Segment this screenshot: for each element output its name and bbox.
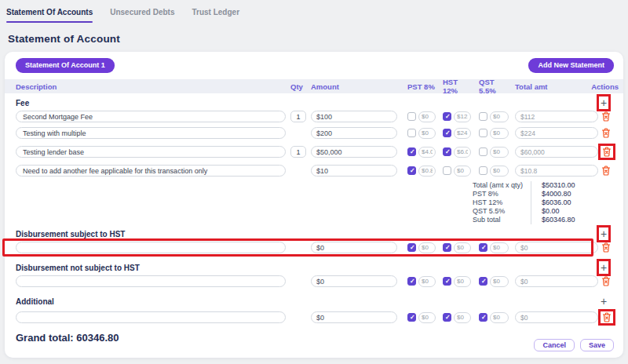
delete-row-icon[interactable] <box>601 128 611 138</box>
description-input[interactable] <box>16 111 286 122</box>
highlight-box <box>598 309 615 326</box>
qst-input[interactable] <box>490 276 509 287</box>
table-row <box>5 309 623 326</box>
qst-checkbox[interactable] <box>479 313 487 322</box>
description-input[interactable] <box>16 311 286 323</box>
header-qty: Qty <box>290 82 306 91</box>
pst-checkbox[interactable] <box>407 129 416 137</box>
pst-checkbox[interactable] <box>407 147 416 156</box>
qst-input[interactable] <box>490 147 509 158</box>
pst-checkbox[interactable] <box>407 112 416 121</box>
table-row <box>5 275 623 287</box>
add-row-icon[interactable]: + <box>601 228 607 239</box>
total-amt-input[interactable] <box>515 275 598 287</box>
cancel-button[interactable]: Cancel <box>534 339 575 351</box>
hst-checkbox[interactable] <box>443 112 451 121</box>
tab-statement-of-accounts[interactable]: Statement Of Accounts <box>6 8 93 23</box>
pst-input[interactable] <box>418 128 436 139</box>
hst-input[interactable] <box>454 128 471 139</box>
summary-label: Total (amt x qty) <box>473 181 531 190</box>
grand-total: Grand total: 60346.80 <box>16 332 623 344</box>
delete-row-icon[interactable] <box>601 276 611 286</box>
qty-input[interactable] <box>290 146 306 158</box>
qst-input[interactable] <box>490 111 509 122</box>
tab-trust-ledger[interactable]: Trust Ledger <box>192 8 239 23</box>
tab-unsecured-debts[interactable]: Unsecured Debts <box>110 8 174 23</box>
amount-input[interactable] <box>311 275 397 287</box>
total-amt-input[interactable] <box>515 165 598 177</box>
qst-checkbox[interactable] <box>479 243 487 252</box>
section-fee-label: Fee <box>16 99 29 107</box>
add-row-icon[interactable]: + <box>601 262 607 273</box>
hst-input[interactable] <box>454 312 471 323</box>
delete-row-icon[interactable] <box>601 166 611 176</box>
hst-input[interactable] <box>454 276 471 287</box>
pst-input[interactable] <box>418 276 436 287</box>
section-label: Disbursement not subject to HST <box>16 264 140 272</box>
pst-input[interactable] <box>418 312 436 323</box>
hst-input[interactable] <box>454 242 471 253</box>
delete-row-icon[interactable] <box>601 111 611 122</box>
section-label: Disbursement subject to HST <box>16 230 125 238</box>
add-new-statement-button[interactable]: Add New Statement <box>528 58 614 73</box>
hst-checkbox[interactable] <box>443 277 451 286</box>
total-amt-input[interactable] <box>515 111 598 122</box>
pst-input[interactable] <box>418 111 436 122</box>
amount-input[interactable] <box>311 111 397 122</box>
qty-input[interactable] <box>290 111 306 122</box>
qst-checkbox[interactable] <box>479 129 487 137</box>
qst-checkbox[interactable] <box>479 277 487 286</box>
qst-input[interactable] <box>490 312 509 323</box>
summary-label: HST 12% <box>473 198 531 207</box>
pst-checkbox[interactable] <box>407 313 416 322</box>
delete-row-icon[interactable] <box>602 147 612 157</box>
pst-checkbox[interactable] <box>407 277 416 286</box>
description-input[interactable] <box>16 275 286 287</box>
amount-input[interactable] <box>311 146 397 158</box>
total-amt-input[interactable] <box>515 311 598 323</box>
total-amt-input[interactable] <box>515 127 598 139</box>
amount-input[interactable] <box>311 311 397 323</box>
qst-checkbox[interactable] <box>479 112 487 121</box>
qst-input[interactable] <box>490 242 509 253</box>
description-input[interactable] <box>16 242 286 253</box>
amount-input[interactable] <box>311 242 397 253</box>
pst-checkbox[interactable] <box>407 243 416 252</box>
summary-label: QST 5.5% <box>473 207 531 216</box>
header-total-amt: Total amt <box>515 82 598 91</box>
total-amt-input[interactable] <box>515 242 598 253</box>
highlight-box <box>598 144 615 160</box>
add-row-icon[interactable]: + <box>601 296 607 307</box>
qst-checkbox[interactable] <box>479 166 487 175</box>
add-row-icon[interactable]: + <box>601 97 607 108</box>
hst-input[interactable] <box>454 111 471 122</box>
delete-row-icon[interactable] <box>602 312 612 322</box>
pst-input[interactable] <box>418 166 436 177</box>
description-input[interactable] <box>16 127 286 139</box>
description-input[interactable] <box>16 165 286 177</box>
qst-input[interactable] <box>490 166 509 177</box>
hst-checkbox[interactable] <box>443 243 451 252</box>
qst-checkbox[interactable] <box>479 147 487 156</box>
summary-value: $0.00 <box>542 207 593 216</box>
qst-input[interactable] <box>490 128 509 139</box>
section-label: Additional <box>16 297 54 306</box>
amount-input[interactable] <box>311 127 397 139</box>
hst-input[interactable] <box>454 147 471 158</box>
total-amt-input[interactable] <box>515 146 598 158</box>
hst-input[interactable] <box>454 166 471 177</box>
summary-value: $6036.00 <box>542 198 593 207</box>
save-button[interactable]: Save <box>580 339 614 351</box>
hst-checkbox[interactable] <box>443 129 451 137</box>
statement-of-account-1-button[interactable]: Statement Of Account 1 <box>16 58 115 73</box>
description-input[interactable] <box>16 146 286 158</box>
header-hst: HST 12% <box>443 78 471 95</box>
pst-checkbox[interactable] <box>407 166 416 175</box>
amount-input[interactable] <box>311 165 397 177</box>
delete-row-icon[interactable] <box>601 242 611 253</box>
pst-input[interactable] <box>418 147 436 158</box>
pst-input[interactable] <box>418 242 436 253</box>
hst-checkbox[interactable] <box>443 166 451 175</box>
hst-checkbox[interactable] <box>443 147 451 156</box>
hst-checkbox[interactable] <box>443 313 451 322</box>
